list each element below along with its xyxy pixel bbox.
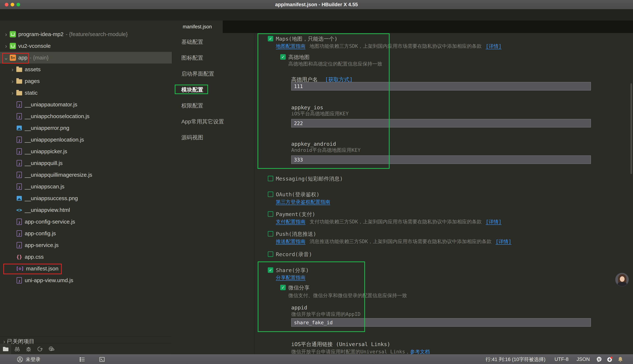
tab-publish[interactable] — [34, 344, 46, 354]
tab-files[interactable] — [0, 344, 12, 354]
messaging-checkbox[interactable] — [268, 176, 273, 181]
terminal-button[interactable] — [99, 354, 105, 364]
share-checkbox[interactable]: ✓ — [268, 267, 273, 273]
tree-item-label: vu2-vconsole — [18, 43, 51, 49]
manifest-file-icon: [⚙] — [16, 266, 24, 272]
maps-detail-link[interactable]: [详情] — [486, 43, 502, 49]
maps-checkbox[interactable]: ✓ — [268, 36, 273, 42]
tree-item-pages[interactable]: ›pages — [0, 75, 172, 87]
payment-detail-link[interactable]: [详情] — [486, 219, 502, 224]
tab-manifest-json[interactable]: manifest.json — [172, 20, 223, 33]
download-icon — [606, 356, 613, 362]
tree-item-app-service.js[interactable]: Japp-service.js — [0, 239, 172, 251]
wechat-share-checkbox[interactable]: ✓ — [280, 285, 286, 290]
push-checkbox[interactable] — [268, 231, 273, 236]
tree-item-__uniappchooselocation.js[interactable]: J__uniappchooselocation.js — [0, 110, 172, 122]
record-checkbox[interactable] — [268, 252, 273, 257]
tree-item-manifest.json[interactable]: [⚙]manifest.json — [0, 263, 172, 274]
manifest-nav-权限配置[interactable]: 权限配置 — [181, 98, 203, 114]
maps-guide-link[interactable]: 地图配置指南 — [276, 43, 306, 49]
push-desc: 消息推送功能依赖三方SDK，上架到国内应用市场需要在隐私协议中添加相应的条款 — [310, 238, 492, 244]
amap-note: 高德地图和高德定位的配置信息应保持一致 — [288, 61, 382, 67]
tree-item-__uniapperror.png[interactable]: __uniapperror.png — [0, 122, 172, 134]
syntax-indicator[interactable]: JSON — [576, 354, 590, 364]
tree-item-static[interactable]: ›static — [0, 87, 172, 99]
tree-item-__uniappquillimageresize.js[interactable]: J__uniappquillimageresize.js — [0, 169, 172, 181]
amap-user-howto-link[interactable]: [获取方式] — [325, 76, 352, 82]
avatar[interactable] — [615, 273, 629, 286]
tree-item-__uniappautomator.js[interactable]: J__uniappautomator.js — [0, 99, 172, 110]
tree-item-label: uni-app-view.umd.js — [25, 277, 73, 284]
tree-item-label: __uniappscan.js — [25, 184, 64, 190]
tree-item-app[interactable]: ⌄5+app- {main} — [0, 52, 172, 64]
tree-item-vu2-vconsole[interactable]: ›vu2-vconsole — [0, 40, 172, 52]
user-icon — [17, 356, 23, 362]
tree-item-label: pages — [25, 78, 40, 84]
outline-button[interactable] — [79, 354, 85, 364]
amap-checkbox[interactable]: ✓ — [280, 54, 286, 60]
appkey-ios-input[interactable] — [291, 119, 591, 128]
manifest-nav-源码视图[interactable]: 源码视图 — [181, 130, 203, 146]
tree-item-app.css[interactable]: {}app.css — [0, 251, 172, 263]
tree-item-__uniappopenlocation.js[interactable]: J__uniappopenlocation.js — [0, 134, 172, 146]
manifest-nav-App常用其它设置[interactable]: App常用其它设置 — [181, 114, 224, 130]
push-guide-link[interactable]: 推送配置指南 — [276, 238, 306, 244]
chevron-right-icon[interactable]: › — [3, 32, 9, 37]
tree-item-__uniappview.html[interactable]: <>__uniappview.html — [0, 204, 172, 216]
manifest-nav-图标配置[interactable]: 图标配置 — [181, 50, 203, 66]
terminal-icon — [99, 356, 105, 362]
appkey-android-label: appkey_android — [291, 141, 336, 147]
chevron-right-icon[interactable]: › — [10, 90, 15, 96]
manifest-nav-启动界面配置[interactable]: 启动界面配置 — [181, 66, 214, 82]
chevron-down-icon[interactable]: ⌄ — [3, 55, 9, 60]
appkey-ios-label: appkey_ios — [291, 105, 323, 110]
push-detail-link[interactable]: [详情] — [496, 238, 512, 244]
encoding-indicator[interactable]: UTF-8 — [554, 354, 569, 364]
cursor-position[interactable]: 行:41 列:16 (10字符被选择) — [486, 354, 546, 364]
tree-item-program-idea-mp2[interactable]: ›program-idea-mp2- {feature/search-modul… — [0, 28, 172, 40]
editor-scrollbar[interactable] — [630, 83, 632, 174]
uni-bubble-button[interactable] — [596, 354, 602, 364]
payment-desc: 支付功能依赖三方SDK，上架到国内应用市场需要在隐私协议中添加相应的条款 — [310, 219, 482, 224]
oauth-guide-link[interactable]: 第三方登录鉴权配置指南 — [276, 199, 330, 205]
manifest-nav-panel: 基础配置图标配置启动界面配置模块配置权限配置App常用其它设置源码视图 — [172, 33, 255, 354]
tab-debug[interactable] — [23, 344, 34, 354]
payment-checkbox[interactable] — [268, 211, 273, 217]
tree-item-label: __uniappquillimageresize.js — [25, 172, 92, 178]
tree-item-uni-app-view.umd.js[interactable]: Juni-app-view.umd.js — [0, 274, 172, 286]
tree-item-__uniappsuccess.png[interactable]: __uniappsuccess.png — [0, 192, 172, 204]
window-title: app/manifest.json - HBuilder X 4.55 — [0, 0, 633, 9]
status-bar: 未登录 行:41 列:16 (10字符被选择) UTF-8 JSON — [0, 354, 633, 364]
manifest-nav-模块配置[interactable]: 模块配置 — [181, 82, 203, 98]
notification-button[interactable] — [617, 354, 624, 364]
file-tree: ›program-idea-mp2- {feature/search-modul… — [0, 28, 172, 286]
manifest-nav-基础配置[interactable]: 基础配置 — [181, 34, 203, 50]
oauth-label: OAuth(登录鉴权) — [276, 192, 320, 197]
oauth-checkbox[interactable] — [268, 192, 273, 197]
tab-web[interactable] — [46, 344, 57, 354]
tree-item-__uniappquill.js[interactable]: J__uniappquill.js — [0, 157, 172, 169]
tab-search[interactable] — [12, 344, 23, 354]
payment-guide-link[interactable]: 支付配置指南 — [276, 219, 306, 224]
tree-item-assets[interactable]: ›assets — [0, 64, 172, 75]
payment-guide-row: 支付配置指南支付功能依赖三方SDK，上架到国内应用市场需要在隐私协议中添加相应的… — [276, 219, 502, 224]
login-status[interactable]: 未登录 — [17, 354, 40, 364]
share-appid-input[interactable] — [291, 318, 591, 327]
amap-user-input[interactable] — [291, 82, 591, 90]
tree-item-__uniapppicker.js[interactable]: J__uniapppicker.js — [0, 146, 172, 157]
chevron-right-icon[interactable]: › — [3, 43, 9, 49]
maps-desc: 地图功能依赖三方SDK，上架到国内应用市场需要在隐私协议中添加相应的条款 — [310, 43, 482, 49]
appkey-android-input[interactable] — [291, 156, 591, 164]
chevron-right-icon[interactable]: › — [10, 67, 15, 72]
tree-item-__uniappscan.js[interactable]: J__uniappscan.js — [0, 181, 172, 192]
amap-user-label: 高德用户名 — [291, 76, 318, 82]
chevron-right-icon[interactable]: › — [10, 78, 15, 84]
tree-item-app-config.js[interactable]: Japp-config.js — [0, 228, 172, 239]
update-button[interactable] — [606, 354, 613, 364]
amap-user-label-row: 高德用户名 [获取方式] — [291, 77, 352, 82]
universal-links-doc-link[interactable]: 参考文档 — [410, 349, 430, 354]
tree-item-app-config-service.js[interactable]: Japp-config-service.js — [0, 216, 172, 228]
share-guide-link[interactable]: 分享配置指南 — [276, 275, 306, 280]
js-file-icon: J — [17, 102, 22, 108]
oauth-guide-row: 第三方登录鉴权配置指南 — [276, 199, 330, 205]
